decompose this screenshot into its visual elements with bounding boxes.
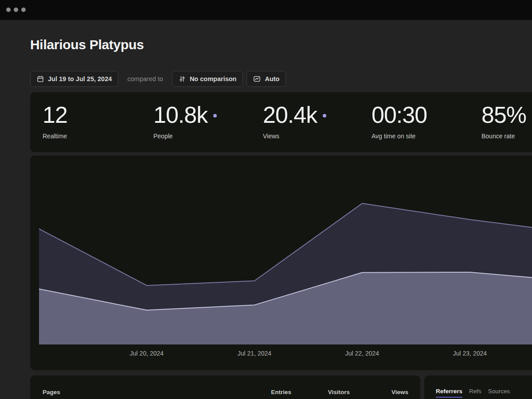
- window-dot[interactable]: [14, 8, 18, 12]
- stat-value: 10.8k: [153, 103, 217, 127]
- column-header-visitors: Visitors: [301, 389, 350, 395]
- x-axis-tick: Jul 20, 2024: [120, 350, 173, 357]
- tab-referrers[interactable]: Referrers: [436, 388, 462, 398]
- adjustments-icon: [179, 75, 186, 82]
- site-title: Hilarious Platypus: [30, 37, 144, 52]
- stat-label: Views: [263, 133, 326, 140]
- x-axis-tick: Jul 21, 2024: [228, 350, 281, 357]
- column-header-views: Views: [360, 389, 408, 395]
- tab-refs[interactable]: Refs: [469, 388, 481, 398]
- window-dot[interactable]: [21, 8, 26, 12]
- stat-value: 20.4k: [263, 103, 326, 127]
- referrers-tabs: Referrers Refs Sources: [436, 388, 510, 398]
- date-range-label: Jul 19 to Jul 25, 2024: [48, 75, 112, 82]
- metric-dot: [323, 114, 326, 117]
- referrers-panel: Referrers Refs Sources: [424, 376, 532, 399]
- chart-card: Jul 20, 2024Jul 21, 2024Jul 22, 2024Jul …: [30, 156, 532, 370]
- stat-views[interactable]: 20.4k Views: [263, 103, 326, 140]
- window-titlebar: [0, 0, 532, 20]
- window-dot[interactable]: [6, 8, 11, 12]
- comparison-label: No comparison: [190, 75, 237, 82]
- stat-bounce-rate[interactable]: 85% Bounce rate: [481, 103, 526, 140]
- interval-button[interactable]: Auto: [246, 71, 286, 87]
- visitors-area-chart[interactable]: [39, 156, 532, 344]
- toolbar: Jul 19 to Jul 25, 2024 compared to No co…: [30, 71, 286, 87]
- stat-label: Bounce rate: [481, 133, 526, 140]
- tab-sources[interactable]: Sources: [488, 388, 510, 398]
- stat-value: 85%: [481, 103, 526, 127]
- stat-realtime[interactable]: 12 Realtime: [43, 103, 67, 140]
- stat-value: 00:30: [372, 103, 427, 127]
- stat-value: 12: [43, 103, 67, 127]
- compared-to-label: compared to: [127, 75, 163, 82]
- chart-line-icon: [253, 75, 261, 82]
- date-range-button[interactable]: Jul 19 to Jul 25, 2024: [30, 71, 118, 87]
- pages-panel: Pages Entries Visitors Views: [30, 376, 420, 399]
- stats-card: 12 Realtime 10.8k People 20.4k Views 00:…: [30, 92, 532, 152]
- stat-label: Avg time on site: [372, 133, 427, 140]
- stat-label: People: [153, 133, 217, 140]
- x-axis-tick: Jul 22, 2024: [336, 350, 389, 357]
- x-axis-tick: Jul 23, 2024: [443, 350, 497, 357]
- pages-panel-title: Pages: [43, 389, 60, 395]
- comparison-button[interactable]: No comparison: [172, 71, 243, 87]
- metric-dot: [213, 114, 217, 117]
- stat-label: Realtime: [43, 133, 67, 140]
- calendar-icon: [37, 75, 44, 82]
- stat-people[interactable]: 10.8k People: [153, 103, 217, 140]
- column-header-entries: Entries: [243, 389, 291, 395]
- window-controls[interactable]: [6, 8, 26, 12]
- interval-label: Auto: [265, 75, 279, 82]
- stat-avg-time[interactable]: 00:30 Avg time on site: [372, 103, 427, 140]
